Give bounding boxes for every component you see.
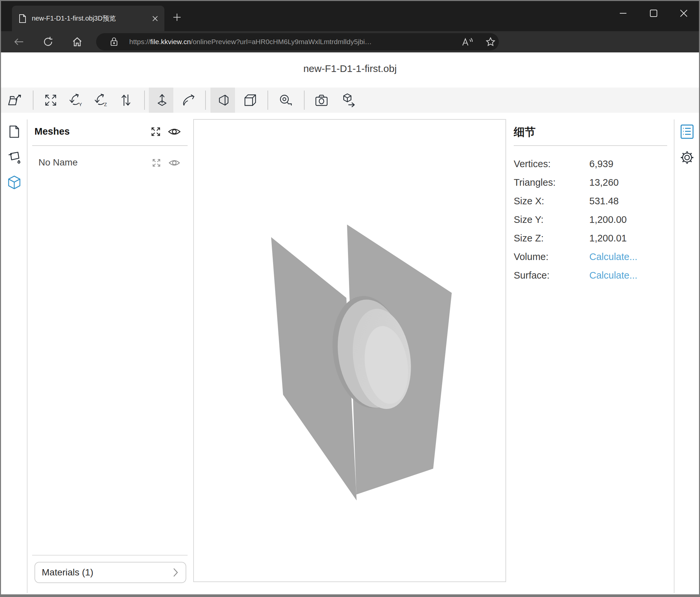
mesh-item-label[interactable]: No Name: [39, 157, 78, 168]
browser-toolbar: https://file.kkview.cn/onlinePreview?url…: [0, 31, 700, 52]
url-text[interactable]: https://file.kkview.cn/onlinePreview?url…: [129, 33, 372, 50]
detail-label: Surface:: [514, 266, 550, 285]
viewer-toolbar-separator: [205, 91, 206, 110]
detail-label: Size Z:: [514, 229, 544, 247]
details-header-divider: [514, 145, 667, 146]
3d-model-render: [194, 120, 505, 581]
settings-gear-icon[interactable]: [679, 149, 695, 166]
export-model-button[interactable]: [336, 88, 360, 113]
scene-file-icon[interactable]: [6, 124, 22, 140]
materials-icon[interactable]: [6, 149, 22, 165]
mesh-item-visibility-eye-icon[interactable]: [168, 156, 181, 169]
viewer-toolbar-separator: [268, 91, 268, 110]
meshes-fit-icon[interactable]: [149, 125, 162, 138]
meshes-header-divider: [32, 145, 188, 146]
meshes-visibility-eye-icon[interactable]: [168, 125, 181, 138]
measure-button[interactable]: [273, 88, 298, 113]
svg-text:Y: Y: [79, 102, 82, 107]
right-rail-divider: [674, 119, 674, 593]
address-bar[interactable]: https://file.kkview.cn/onlinePreview?url…: [96, 33, 499, 50]
detail-value: 13,260: [589, 173, 619, 192]
screenshot-button[interactable]: [309, 88, 334, 113]
move-vertical-button[interactable]: [150, 88, 174, 113]
viewer-toolbar-separator: [144, 91, 145, 110]
open-model-button[interactable]: [2, 88, 27, 113]
meshes-panel-title: Meshes: [34, 126, 70, 137]
browser-tab[interactable]: new-F1-D1-1-first.obj3D预览: [12, 6, 165, 31]
url-host: file.kkview.cn: [150, 38, 191, 46]
fit-view-button[interactable]: [39, 88, 63, 113]
browser-titlebar: new-F1-D1-1-first.obj3D预览: [0, 0, 700, 31]
window-border-left: [0, 0, 1, 597]
read-aloud-icon[interactable]: [461, 36, 473, 48]
detail-label: Size Y:: [514, 210, 544, 229]
mesh-item-fit-icon[interactable]: [150, 156, 163, 169]
detail-label: Triangles:: [514, 173, 555, 192]
url-path: /onlinePreview?url=aHR0cHM6Ly9maWxlLmtrd…: [191, 38, 372, 46]
chevron-right-icon: [173, 568, 178, 577]
model-cube-icon[interactable]: [6, 174, 22, 190]
browser-window: new-F1-D1-1-first.obj3D预览: [0, 0, 700, 597]
shaded-view-button[interactable]: [211, 88, 236, 113]
new-tab-button[interactable]: [170, 10, 184, 25]
3d-viewport[interactable]: [193, 119, 506, 582]
home-icon[interactable]: [69, 34, 85, 50]
viewer-toolbar-separator: [33, 91, 33, 110]
rotate-y-button[interactable]: Y: [64, 88, 88, 113]
favorite-star-icon[interactable]: [484, 36, 497, 48]
detail-value: 531.48: [589, 192, 619, 210]
details-panel-title: 细节: [514, 125, 535, 140]
window-border-bottom: [0, 594, 700, 597]
window-maximize-button[interactable]: [643, 3, 664, 24]
calculate-surface-link[interactable]: Calculate...: [589, 266, 638, 285]
tab-favicon-document-icon: [19, 14, 26, 23]
details-list-icon[interactable]: [679, 124, 695, 140]
window-minimize-button[interactable]: [612, 3, 634, 24]
back-icon[interactable]: [11, 34, 27, 50]
meshes-bottom-divider: [32, 555, 188, 555]
detail-value: 1,200.01: [589, 229, 627, 247]
detail-value: 1,200.00: [589, 210, 627, 229]
flip-vertical-button[interactable]: [114, 88, 138, 113]
window-close-button[interactable]: [673, 3, 694, 24]
left-rail-divider: [27, 119, 27, 593]
detail-label: Vertices:: [514, 154, 551, 173]
materials-button[interactable]: Materials (1): [34, 562, 186, 583]
detail-label: Volume:: [514, 247, 549, 266]
refresh-icon[interactable]: [40, 34, 56, 50]
materials-button-label: Materials (1): [42, 567, 173, 578]
page-title: new-F1-D1-1-first.obj: [1, 63, 699, 74]
calculate-volume-link[interactable]: Calculate...: [589, 247, 638, 266]
tab-close-icon[interactable]: [149, 12, 162, 25]
url-scheme: https://: [129, 38, 150, 46]
detail-value: 6,939: [589, 154, 614, 173]
rotate-z-button[interactable]: Z: [89, 88, 114, 113]
window-border-top: [0, 0, 700, 1]
detail-label: Size X:: [514, 192, 544, 210]
viewer-page: new-F1-D1-1-first.obj Y: [1, 52, 699, 594]
orbit-rotate-button[interactable]: [176, 88, 201, 113]
lock-icon[interactable]: [108, 36, 120, 48]
svg-text:Z: Z: [104, 102, 107, 107]
viewer-toolbar-separator: [304, 91, 305, 110]
tab-title: new-F1-D1-1-first.obj3D预览: [32, 14, 149, 23]
solid-box-view-button[interactable]: [237, 88, 262, 113]
